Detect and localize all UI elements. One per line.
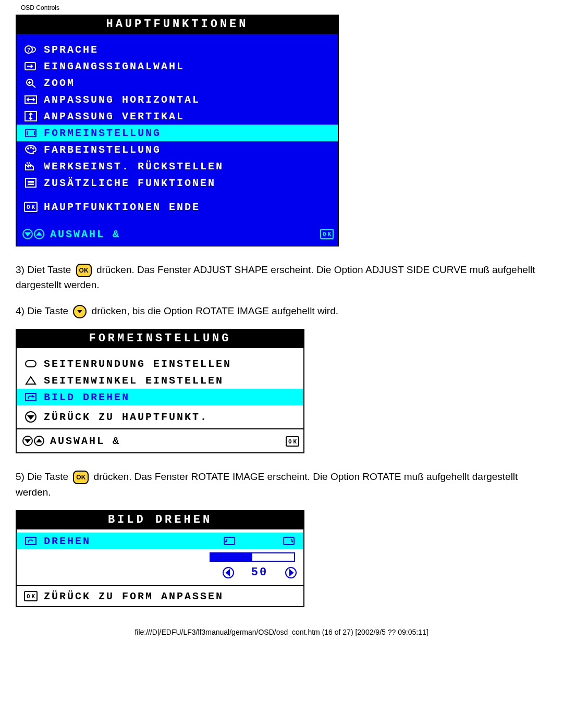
menu-label: HAUPTFUNKTIONEN ENDE	[41, 201, 334, 213]
menu-label: ZUSÄTZLICHE FUNKTIONEN	[41, 177, 334, 189]
instruction-5: 5) Die Taste OK drücken. Das Fenster ROT…	[16, 469, 547, 500]
ok-icon: OK	[320, 228, 334, 240]
text: 4) Die Taste	[16, 305, 71, 316]
panel1-footer: AUSWAHL & OK	[17, 223, 338, 245]
text: 5) Die Taste	[16, 471, 71, 482]
left-arrow-icon[interactable]	[222, 566, 235, 579]
menu-label: FORMEINSTELLUNG	[41, 127, 334, 139]
ok-icon: OK	[286, 435, 299, 447]
svg-text:OK: OK	[323, 231, 333, 238]
vertical-icon	[21, 110, 41, 122]
menu-item-sprache[interactable]: ? SPRACHE	[17, 41, 338, 58]
menu-label: SEITENRUNDUNG EINSTELLEN	[41, 358, 299, 370]
text: drücken. Das Fenster ADJUST SHAPE ersche…	[16, 264, 535, 290]
text: drücken, bis die Option ROTATE IMAGE auf…	[92, 305, 338, 316]
menu-label: ANPASSUNG VERTIKAL	[41, 110, 334, 122]
rotate-icon	[21, 391, 41, 403]
menu-label: SEITENWINKEL EINSTELLEN	[41, 375, 299, 387]
svg-text:OK: OK	[27, 593, 36, 600]
svg-rect-17	[26, 361, 36, 367]
footer-label: AUSWAHL &	[47, 435, 254, 447]
down-arrow-icon	[21, 411, 41, 423]
ok-button-icon: OK	[76, 264, 92, 277]
palette-icon	[21, 144, 41, 155]
updown-icon	[21, 228, 47, 240]
menu-label: DREHEN	[41, 535, 91, 547]
page-header: OSD Controls	[21, 4, 547, 11]
rotate-icon	[21, 535, 41, 547]
menu-item-horizontal[interactable]: ANPASSUNG HORIZONTAL	[17, 91, 338, 108]
rotate-cw-icon	[283, 535, 295, 547]
text: 3) Diet Taste	[16, 264, 74, 275]
menu-item-input[interactable]: EINGANGSSIGNALWAHL	[17, 58, 338, 75]
svg-text:?: ?	[27, 47, 32, 53]
menu-label: FARBEINSTELLUNG	[41, 144, 334, 156]
menu-label: ANPASSUNG HORIZONTAL	[41, 94, 334, 106]
menu-item-vertical[interactable]: ANPASSUNG VERTIKAL	[17, 108, 338, 125]
zoom-icon	[21, 77, 41, 89]
svg-text:OK: OK	[27, 204, 36, 211]
osd-panel-main: HAUPTFUNKTIONEN ? SPRACHE EINGANGSSIGNAL…	[16, 15, 339, 246]
factory-icon	[21, 161, 41, 172]
menu-label: SPRACHE	[41, 44, 334, 56]
menu-label: WERKSEINST. RÜCKSTELLEN	[41, 161, 334, 172]
svg-text:OK: OK	[288, 438, 298, 445]
ok-button-icon: OK	[73, 471, 89, 484]
slider-row	[17, 549, 303, 563]
rotate-value: 50	[244, 566, 275, 579]
menu-label: ZÜRÜCK ZU FORM ANPASSEN	[41, 590, 299, 602]
menu-item-factory[interactable]: WERKSEINST. RÜCKSTELLEN	[17, 158, 338, 175]
instruction-4: 4) Die Taste drücken, bis die Option ROT…	[16, 303, 547, 318]
file-path-footer: file:///D|/EDFU/LF3/lf3manual/german/OSD…	[16, 628, 547, 636]
svg-point-9	[33, 148, 34, 149]
menu-item-rotate-value[interactable]: DREHEN	[17, 533, 303, 549]
list-icon	[21, 177, 41, 189]
svg-point-8	[30, 147, 31, 148]
menu-item-side-angle[interactable]: SEITENWINKEL EINSTELLEN	[17, 372, 303, 389]
shape-icon	[21, 127, 41, 139]
menu-item-rotate[interactable]: BILD DREHEN	[17, 389, 303, 405]
rotate-slider[interactable]	[210, 552, 295, 562]
panel2-footer: AUSWAHL & OK	[17, 428, 303, 452]
side-curve-icon	[21, 358, 41, 369]
svg-rect-24	[26, 537, 36, 545]
horizontal-icon	[21, 94, 41, 105]
instruction-3: 3) Diet Taste OK drücken. Das Fenster AD…	[16, 262, 547, 293]
menu-item-back[interactable]: ZÜRÜCK ZU HAUPTFUNKT.	[17, 409, 303, 425]
panel1-title: HAUPTFUNKTIONEN	[17, 16, 338, 34]
menu-item-color[interactable]: FARBEINSTELLUNG	[17, 141, 338, 158]
panel3-title: BILD DREHEN	[17, 511, 303, 529]
down-button-icon	[73, 305, 87, 318]
menu-label: ZÜRÜCK ZU HAUPTFUNKT.	[41, 411, 299, 423]
svg-point-7	[28, 148, 29, 149]
language-icon: ?	[21, 44, 41, 55]
ok-icon: OK	[21, 202, 41, 212]
side-angle-icon	[21, 375, 41, 386]
updown-icon	[21, 435, 47, 447]
menu-label: ZOOM	[41, 77, 334, 89]
osd-panel-rotate: BILD DREHEN DREHEN	[16, 510, 304, 607]
svg-rect-18	[26, 393, 36, 401]
text: drücken. Das Fenster ROTATE IMAGE ersche…	[16, 471, 518, 497]
menu-item-back-shape[interactable]: OK ZÜRÜCK ZU FORM ANPASSEN	[17, 585, 303, 606]
osd-panel-shape: FORMEINSTELLUNG SEITENRUNDUNG EINSTELLEN…	[16, 329, 304, 453]
footer-label: AUSWAHL &	[47, 228, 315, 240]
value-row: 50	[17, 563, 303, 582]
right-arrow-icon[interactable]	[285, 566, 297, 579]
menu-label: EINGANGSSIGNALWAHL	[41, 60, 334, 72]
menu-item-extra[interactable]: ZUSÄTZLICHE FUNKTIONEN	[17, 175, 338, 191]
rotate-ccw-icon	[223, 535, 236, 547]
menu-item-shape[interactable]: FORMEINSTELLUNG	[17, 125, 338, 141]
panel2-title: FORMEINSTELLUNG	[17, 330, 303, 348]
input-icon	[21, 60, 41, 72]
menu-item-exit[interactable]: OK HAUPTFUNKTIONEN ENDE	[17, 199, 338, 215]
ok-icon: OK	[21, 591, 41, 601]
menu-label: BILD DREHEN	[41, 391, 299, 403]
menu-item-side-curve[interactable]: SEITENRUNDUNG EINSTELLEN	[17, 355, 303, 372]
menu-item-zoom[interactable]: ZOOM	[17, 75, 338, 91]
